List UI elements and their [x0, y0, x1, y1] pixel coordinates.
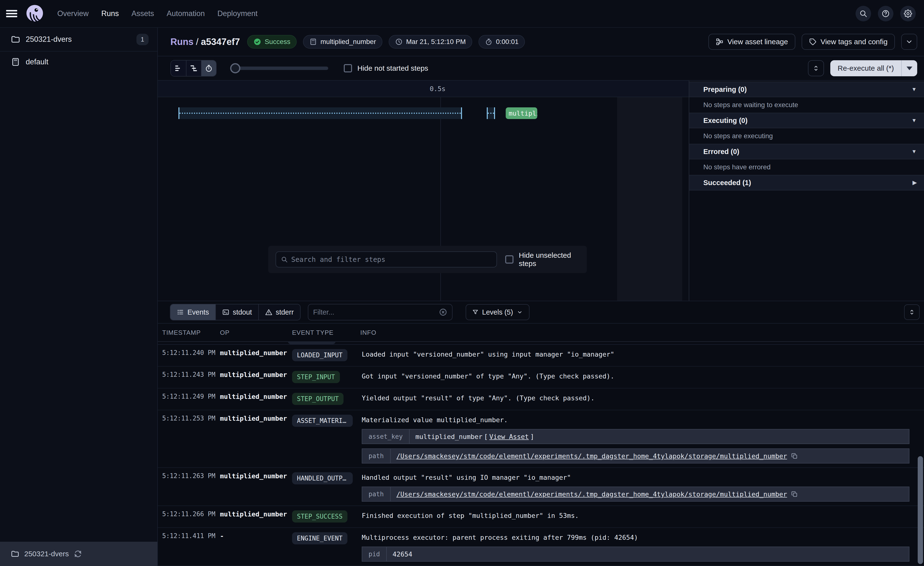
primary-nav: Overview Runs Assets Automation Deployme… — [57, 9, 258, 18]
sidebar-item-group-default[interactable]: default — [0, 51, 158, 72]
events-expand-button[interactable] — [904, 304, 920, 320]
event-type-badge: STEP_OUTPUT — [292, 393, 344, 405]
collapse-icon: ▼ — [911, 117, 917, 123]
nav-item-runs[interactable]: Runs — [101, 9, 119, 18]
status-label: Success — [265, 38, 290, 46]
search-icon — [859, 9, 867, 18]
gantt-waterfall-view-button[interactable] — [186, 60, 201, 76]
stopwatch-icon — [205, 64, 213, 72]
gear-icon — [904, 9, 912, 18]
event-type-badge: STEP_INPUT — [292, 371, 340, 383]
search-button[interactable] — [855, 6, 871, 21]
event-info-text: Materialized value multiplied_number. — [362, 415, 909, 424]
event-type-cell: ENGINE_EVENT — [287, 528, 356, 566]
event-info: Got input "versioned_number" of type "An… — [356, 367, 924, 388]
reexecute-dropdown-button[interactable] — [901, 60, 917, 76]
event-row: 5:12:11.240 PMmultiplied_numberLOADED_IN… — [158, 345, 924, 367]
tab-stdout[interactable]: stdout — [215, 304, 258, 320]
settings-button[interactable] — [900, 6, 916, 21]
refresh-icon[interactable] — [74, 549, 82, 558]
section-executing[interactable]: Executing (0) ▼ — [689, 113, 924, 128]
gantt-timed-view-button[interactable] — [201, 60, 216, 76]
lineage-icon — [716, 38, 723, 46]
levels-dropdown-button[interactable]: Levels (5) — [466, 304, 530, 320]
event-type-cell: STEP_INPUT — [287, 367, 356, 388]
event-info-text: Handled output "result" using IO manager… — [362, 472, 909, 481]
vertical-scrollbar[interactable] — [918, 456, 923, 564]
collapse-icon: ▼ — [911, 148, 917, 155]
event-info-text: Multiprocess executor: parent process ex… — [362, 532, 909, 541]
event-row: 5:12:11.253 PMmultiplied_numberASSET_MAT… — [158, 410, 924, 468]
gantt-waiting-bar — [178, 107, 462, 119]
event-row: 5:12:11.266 PMmultiplied_numberSTEP_SUCC… — [158, 506, 924, 528]
nav-item-automation[interactable]: Automation — [167, 9, 205, 18]
gantt-step-bar-label: multipli… — [508, 110, 537, 117]
metadata-key: path — [362, 449, 391, 463]
sidebar: 250321-dvers 1 default 250321-dvers — [0, 28, 158, 566]
section-succeeded[interactable]: Succeeded (1) ▶ — [689, 175, 924, 190]
asset-pill[interactable]: multiplied_number — [303, 35, 382, 48]
section-errored[interactable]: Errored (0) ▼ — [689, 144, 924, 160]
col-event-type: EVENT TYPE — [287, 324, 356, 341]
event-info: Loaded input "versioned_number" using in… — [356, 345, 924, 366]
expand-icon: ▶ — [913, 179, 917, 186]
asset-icon — [309, 38, 317, 46]
event-op: multiplied_number — [215, 345, 287, 366]
metadata-value: multiplied_number[View Asset] — [410, 429, 537, 444]
gantt-flat-view-button[interactable] — [171, 60, 186, 76]
log-filter-input[interactable] — [313, 308, 439, 316]
metadata-link[interactable]: /Users/smackesey/stm/code/elementl/exper… — [396, 452, 787, 460]
nav-item-overview[interactable]: Overview — [57, 9, 88, 18]
metadata-table: pid42654 — [362, 546, 909, 561]
gantt-zoom-slider[interactable] — [231, 66, 328, 70]
section-errored-title: Errored (0) — [704, 148, 739, 156]
step-search-input[interactable] — [291, 256, 492, 263]
gantt-step-bar[interactable]: multipli… — [506, 107, 537, 119]
hide-unselected-label: Hide unselected steps — [519, 251, 579, 268]
reexecute-label: Re-execute all (*) — [838, 64, 894, 72]
reexecute-all-button[interactable]: Re-execute all (*) — [830, 60, 901, 76]
slider-handle[interactable] — [230, 63, 240, 73]
metadata-link[interactable]: /Users/smackesey/stm/code/elementl/exper… — [396, 491, 787, 498]
hide-unselected-checkbox[interactable] — [505, 255, 513, 263]
event-op: multiplied_number — [215, 367, 287, 388]
event-op: multiplied_number — [215, 410, 287, 467]
view-asset-lineage-button[interactable]: View asset lineage — [708, 34, 795, 50]
terminal-icon — [222, 309, 230, 316]
expand-collapse-panels-button[interactable] — [808, 60, 824, 76]
log-filter-box[interactable] — [308, 304, 453, 321]
copy-icon[interactable] — [791, 491, 798, 497]
nav-item-assets[interactable]: Assets — [132, 9, 154, 18]
metadata-value: /Users/smackesey/stm/code/elementl/exper… — [391, 449, 804, 463]
nav-item-deployment[interactable]: Deployment — [217, 9, 257, 18]
hide-not-started-checkbox[interactable] — [344, 64, 352, 72]
funnel-icon — [472, 309, 479, 316]
gantt-waiting-bar-small — [487, 107, 495, 119]
breadcrumb-runs-link[interactable]: Runs — [170, 37, 194, 47]
event-type-badge: ASSET_MATERIALI… — [292, 415, 353, 427]
section-executing-body: No steps are executing — [689, 128, 924, 144]
step-search-box[interactable] — [276, 251, 497, 268]
run-more-actions-button[interactable] — [901, 34, 917, 50]
copy-icon[interactable] — [791, 453, 798, 459]
tab-stderr[interactable]: stderr — [258, 304, 300, 320]
timer-icon — [485, 38, 493, 46]
clear-filter-icon[interactable] — [439, 308, 447, 316]
hamburger-menu-icon[interactable] — [0, 0, 23, 27]
section-preparing[interactable]: Preparing (0) ▼ — [689, 81, 924, 97]
event-info: Finished execution of step "multiplied_n… — [356, 506, 924, 527]
bracket: [ — [484, 433, 488, 440]
sidebar-item-project[interactable]: 250321-dvers 1 — [0, 28, 158, 51]
dagster-logo-icon[interactable] — [25, 4, 44, 23]
help-button[interactable] — [878, 6, 893, 21]
success-check-icon — [254, 38, 261, 46]
unfold-vertical-icon — [908, 309, 915, 316]
view-tags-config-button[interactable]: View tags and config — [802, 34, 895, 50]
metadata-table: path/Users/smackesey/stm/code/elementl/e… — [362, 486, 909, 501]
datetime-label: Mar 21, 5:12:10 PM — [406, 38, 466, 46]
partial-badge — [288, 341, 336, 344]
metadata-link[interactable]: View Asset — [489, 433, 529, 440]
tab-events[interactable]: Events — [170, 304, 215, 320]
metadata-key: asset_key — [362, 429, 410, 444]
event-timestamp: 5:12:11.253 PM — [158, 410, 215, 467]
